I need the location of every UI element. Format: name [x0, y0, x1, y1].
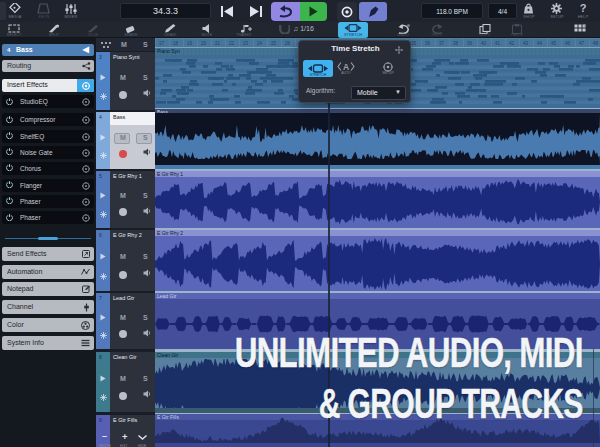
svg-text:A: A — [343, 62, 349, 71]
